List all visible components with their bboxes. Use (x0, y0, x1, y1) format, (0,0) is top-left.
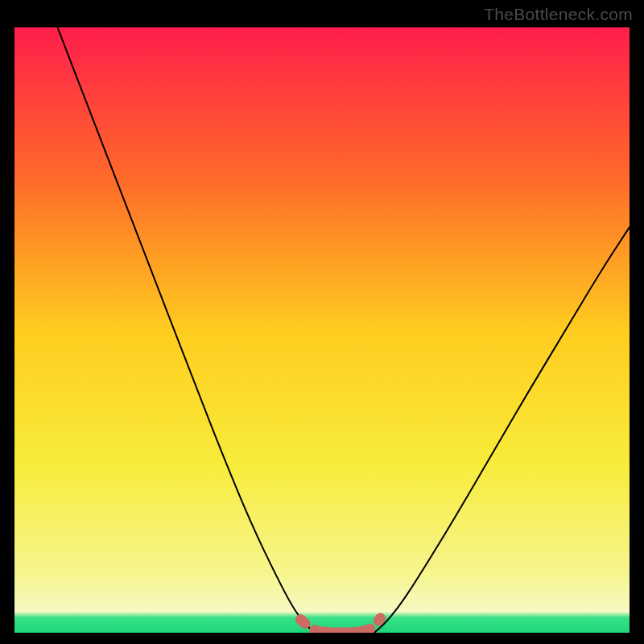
chart-frame: TheBottleneck.com (0, 0, 644, 644)
watermark-label: TheBottleneck.com (484, 5, 633, 24)
chart-plot (14, 27, 630, 633)
chart-background (14, 27, 630, 633)
